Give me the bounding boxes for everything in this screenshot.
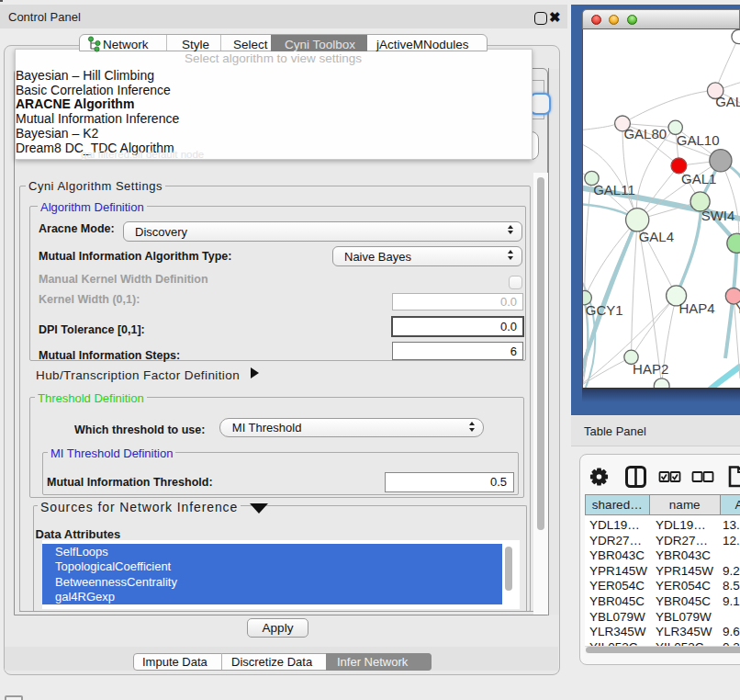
svg-text:GAL80: GAL80 bbox=[623, 126, 667, 141]
svg-text:GAL1: GAL1 bbox=[681, 171, 716, 186]
svg-text:HAP2: HAP2 bbox=[633, 361, 668, 377]
svg-text:GAL10: GAL10 bbox=[677, 132, 720, 148]
svg-text:GAL11: GAL11 bbox=[593, 182, 635, 198]
svg-text:HAP4: HAP4 bbox=[678, 300, 714, 316]
svg-text:GAL7: GAL7 bbox=[715, 94, 740, 109]
svg-text:GAL4: GAL4 bbox=[639, 229, 674, 244]
svg-text:GCY1: GCY1 bbox=[586, 302, 623, 318]
svg-text:Y: Y bbox=[735, 300, 740, 316]
svg-text:SWI4: SWI4 bbox=[701, 208, 735, 223]
